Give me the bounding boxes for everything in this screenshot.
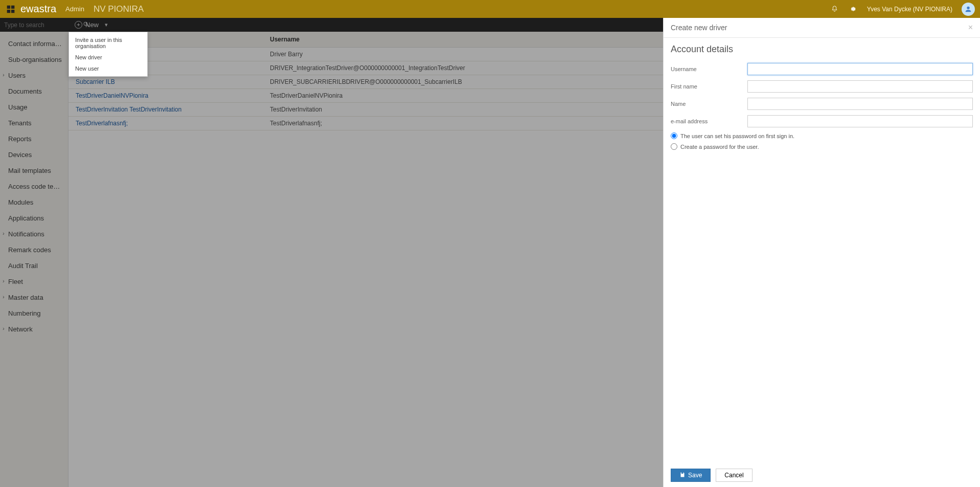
- avatar[interactable]: [962, 3, 975, 16]
- label-username: Username: [671, 66, 747, 72]
- radio-option-2[interactable]: Create a password for the user.: [671, 143, 973, 150]
- admin-label: Admin: [65, 5, 84, 13]
- label-email: e-mail address: [671, 118, 747, 124]
- radio-create-password[interactable]: [671, 143, 677, 150]
- radio-label-1: The user can set his password on first s…: [680, 133, 794, 139]
- logo-text: ewastra: [20, 3, 56, 15]
- label-firstname: First name: [671, 83, 747, 90]
- save-label: Save: [688, 472, 702, 479]
- logo-icon: [5, 4, 16, 15]
- label-name: Name: [671, 101, 747, 107]
- email-field[interactable]: [747, 115, 973, 127]
- bell-icon[interactable]: [830, 5, 839, 14]
- close-icon[interactable]: ×: [968, 23, 973, 32]
- new-dropdown: Invite a user in this organisationNew dr…: [69, 32, 148, 77]
- radio-first-signin[interactable]: [671, 132, 677, 139]
- panel-body: Account details Username First name Name…: [664, 38, 980, 463]
- panel-footer: Save Cancel: [664, 463, 980, 487]
- svg-point-0: [967, 6, 969, 9]
- firstname-field[interactable]: [747, 80, 973, 93]
- logo-area: ewastra Admin NV PIONIRA: [5, 3, 144, 15]
- dropdown-item-new-driver[interactable]: New driver: [69, 52, 147, 63]
- user-name[interactable]: Yves Van Dycke (NV PIONIRA): [867, 6, 952, 13]
- save-button[interactable]: Save: [671, 469, 711, 482]
- dropdown-item-new-user[interactable]: New user: [69, 63, 147, 74]
- panel-header: Create new driver ×: [664, 18, 980, 38]
- create-driver-panel: Create new driver × Account details User…: [663, 18, 980, 487]
- org-name: NV PIONIRA: [94, 4, 144, 14]
- header-right: Yves Van Dycke (NV PIONIRA): [830, 3, 975, 16]
- dropdown-item-invite-a-user-in-this-organisation[interactable]: Invite a user in this organisation: [69, 34, 147, 52]
- section-title: Account details: [671, 44, 973, 55]
- cancel-label: Cancel: [724, 472, 743, 479]
- radio-label-2: Create a password for the user.: [680, 144, 759, 150]
- save-icon: [679, 472, 686, 479]
- username-field[interactable]: [747, 63, 973, 75]
- top-header: ewastra Admin NV PIONIRA Yves Van Dycke …: [0, 0, 980, 18]
- gear-icon[interactable]: [849, 5, 858, 14]
- radio-option-1[interactable]: The user can set his password on first s…: [671, 132, 973, 139]
- panel-title: Create new driver: [671, 24, 727, 32]
- cancel-button[interactable]: Cancel: [716, 469, 752, 482]
- name-field[interactable]: [747, 98, 973, 110]
